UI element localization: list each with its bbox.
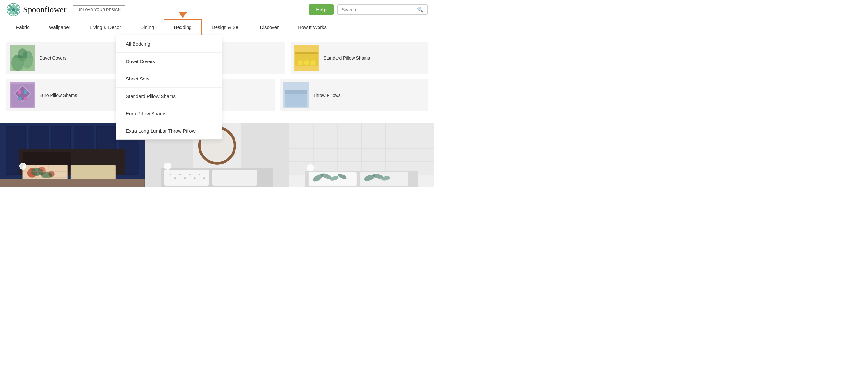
svg-point-75 xyxy=(203,177,205,179)
dropdown-standard-pillow-shams[interactable]: Standard Pillow Shams xyxy=(116,88,222,105)
logo-icon xyxy=(6,3,21,17)
svg-point-71 xyxy=(184,177,186,179)
product-card-throw[interactable]: Throw Pillows xyxy=(280,79,428,111)
logo-wordmark: Spoonflower xyxy=(23,5,66,14)
svg-rect-14 xyxy=(11,58,34,71)
nav-item-fabric[interactable]: Fabric xyxy=(6,19,39,35)
product-thumb-duvet xyxy=(10,45,35,71)
svg-rect-67 xyxy=(212,170,257,186)
help-button[interactable]: Help xyxy=(309,4,334,15)
svg-rect-66 xyxy=(164,170,209,186)
dropdown-extra-long-lumbar[interactable]: Extra Long Lumbar Throw Pillow xyxy=(116,122,222,140)
nav-item-design-sell[interactable]: Design & Sell xyxy=(202,19,250,35)
bedding-arrow-indicator xyxy=(178,10,187,18)
dropdown-euro-pillow-shams[interactable]: Euro Pillow Shams xyxy=(116,105,222,122)
nav-item-how-it-works[interactable]: How It Works xyxy=(288,19,336,35)
svg-point-72 xyxy=(189,174,191,176)
nav-item-discover[interactable]: Discover xyxy=(250,19,288,35)
header-left: Spoonflower UPLOAD YOUR DESIGN xyxy=(6,3,125,17)
nav-item-wallpaper[interactable]: Wallpaper xyxy=(39,19,80,35)
product-thumb-euro xyxy=(10,82,35,108)
svg-point-9 xyxy=(12,8,15,11)
svg-point-70 xyxy=(179,174,181,176)
search-input[interactable] xyxy=(342,7,417,12)
product-name-duvet: Duvet Covers xyxy=(39,55,67,61)
svg-point-24 xyxy=(298,60,303,65)
header: Spoonflower UPLOAD YOUR DESIGN Help 🔍 xyxy=(0,0,434,19)
arrow-down-icon xyxy=(178,11,187,18)
product-thumb-throw xyxy=(283,82,309,108)
svg-rect-31 xyxy=(18,90,21,94)
svg-rect-37 xyxy=(285,90,307,94)
svg-point-5 xyxy=(12,11,15,16)
header-right: Help 🔍 xyxy=(309,4,428,15)
svg-point-26 xyxy=(310,60,316,65)
bottom-image-white-bedroom xyxy=(289,123,434,187)
svg-point-7 xyxy=(7,8,12,11)
svg-rect-32 xyxy=(24,90,27,94)
svg-point-74 xyxy=(198,174,200,176)
product-name-standard-sham: Standard Pillow Shams xyxy=(323,55,370,61)
svg-point-3 xyxy=(15,8,20,11)
logo[interactable]: Spoonflower xyxy=(6,3,66,17)
product-name-euro-sham: Euro Pillow Shams xyxy=(39,93,77,98)
nav-item-living-decor[interactable]: Living & Decor xyxy=(80,19,131,35)
svg-rect-33 xyxy=(18,97,21,100)
product-card-standard-sham[interactable]: Standard Pillow Shams xyxy=(290,42,428,74)
upload-design-button[interactable]: UPLOAD YOUR DESIGN xyxy=(73,5,125,14)
dropdown-all-bedding[interactable]: All Bedding xyxy=(116,35,222,53)
dropdown-duvet-covers[interactable]: Duvet Covers xyxy=(116,53,222,70)
svg-rect-34 xyxy=(24,97,27,100)
nav-item-bedding[interactable]: Bedding xyxy=(164,19,202,35)
svg-point-68 xyxy=(169,174,172,176)
svg-point-25 xyxy=(304,60,309,65)
search-box[interactable]: 🔍 xyxy=(338,4,428,15)
nav-item-dining[interactable]: Dining xyxy=(131,19,164,35)
hotspot-dark-bedroom[interactable] xyxy=(19,162,26,170)
svg-point-69 xyxy=(174,177,176,179)
product-thumb-standard xyxy=(294,45,319,71)
search-icon[interactable]: 🔍 xyxy=(417,6,423,12)
svg-rect-23 xyxy=(295,52,318,54)
dropdown-sheet-sets[interactable]: Sheet Sets xyxy=(116,70,222,88)
navigation: Fabric Wallpaper Living & Decor Dining B… xyxy=(0,19,434,35)
svg-point-73 xyxy=(194,177,196,179)
svg-point-53 xyxy=(41,172,53,178)
hotspot-gray-bedroom[interactable] xyxy=(164,162,171,170)
svg-point-1 xyxy=(12,4,15,8)
svg-rect-60 xyxy=(0,179,145,187)
product-name-throw: Throw Pillows xyxy=(313,93,340,98)
bedding-dropdown: All Bedding Duvet Covers Sheet Sets Stan… xyxy=(116,35,222,140)
